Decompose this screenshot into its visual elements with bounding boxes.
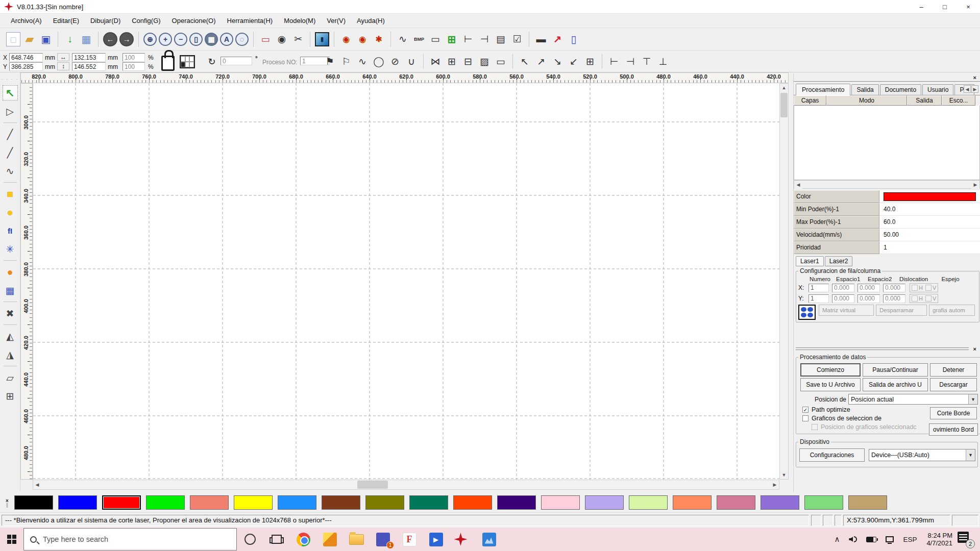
toolbar-icon[interactable]: ⊣ — [477, 32, 492, 46]
palette-grip[interactable]: ∥ — [6, 504, 9, 507]
curve-unite-icon[interactable]: ∪ — [404, 54, 419, 68]
lock-ratio-icon[interactable] — [161, 56, 175, 71]
layer-column-header[interactable]: Salida — [907, 95, 942, 106]
tray-expand-icon[interactable]: ∧ — [834, 535, 840, 544]
y-space1-input[interactable]: 0.000 — [832, 294, 854, 303]
menu-item[interactable]: Modelo(M) — [278, 15, 321, 27]
toolbar-icon[interactable]: → — [119, 32, 134, 46]
close-button[interactable]: × — [957, 0, 980, 14]
panel-close-icon[interactable]: × — [972, 346, 978, 352]
configuraciones-button[interactable]: Configuraciones — [799, 448, 865, 462]
clock[interactable]: 8:24 PM 4/7/2021 — [926, 532, 952, 547]
scroll-left-icon[interactable]: ◀ — [794, 181, 802, 189]
color-swatch[interactable] — [365, 495, 404, 510]
weld-shapes-icon[interactable]: ⋈ — [428, 54, 443, 68]
toolbar-icon[interactable]: ← — [103, 32, 117, 46]
menu-item[interactable]: Config(G) — [126, 15, 166, 27]
draw-tool-icon[interactable]: ✖ — [3, 306, 18, 321]
layer-color-swatch[interactable] — [884, 192, 976, 201]
draw-tool-icon[interactable]: fI — [3, 223, 18, 238]
draw-tool-icon[interactable]: ◭ — [3, 329, 18, 344]
toolbar-icon[interactable]: ⊕ — [143, 33, 157, 46]
cortana-button[interactable] — [237, 528, 263, 551]
draw-tool-icon[interactable]: ↖ — [3, 85, 18, 101]
align-top-icon[interactable]: ⊤ — [640, 54, 654, 68]
desparramar-button[interactable]: Desparramar — [876, 305, 927, 316]
color-swatch[interactable] — [804, 495, 843, 510]
toolbar-icon[interactable]: + — [159, 33, 172, 46]
matriz-virtual-button[interactable]: Matriz virtual — [819, 305, 874, 316]
toolbar-icon[interactable]: ▤ — [494, 32, 508, 46]
device-select[interactable]: Device---(USB:Auto) ▼ — [869, 449, 975, 461]
color-swatch[interactable] — [717, 495, 755, 510]
property-row[interactable]: Prioridad 1 — [794, 241, 980, 254]
network-icon[interactable] — [886, 536, 894, 542]
align-top-left-icon[interactable]: ↖ — [518, 54, 532, 68]
toolbar-icon[interactable]: ∿ — [396, 32, 410, 46]
x-space1-input[interactable]: 0.000 — [832, 284, 854, 292]
draw-tool-icon[interactable]: ◮ — [3, 347, 18, 362]
toolbar-icon[interactable]: ◌ — [235, 33, 249, 46]
color-swatch[interactable] — [278, 495, 316, 510]
toolbar-icon[interactable]: ⊢ — [461, 32, 475, 46]
y-dislocation-input[interactable]: 0.000 — [883, 294, 905, 303]
toolbar-icon[interactable]: ▭ — [258, 32, 273, 46]
property-row[interactable]: Color — [794, 190, 980, 203]
pausa-continuar-button[interactable]: Pausa/Continuar — [863, 363, 928, 377]
align-bottom-icon[interactable]: ⊥ — [656, 54, 670, 68]
align-top-right-icon[interactable]: ↗ — [534, 54, 548, 68]
path-reverse-flag-icon[interactable]: ⚐ — [339, 54, 353, 68]
path-start-flag-icon[interactable]: ⚑ — [323, 54, 337, 68]
layer-column-header[interactable]: Modo — [826, 95, 907, 106]
x-mirror-v-checkbox[interactable] — [925, 285, 932, 291]
scroll-up-icon[interactable]: ▲ — [780, 84, 788, 92]
drawing-canvas[interactable] — [33, 83, 779, 480]
tab-scroll-right-icon[interactable]: ▶ — [971, 85, 978, 93]
language-indicator[interactable]: ESP — [903, 536, 917, 543]
toolbar-icon[interactable]: ◉ — [355, 32, 370, 46]
color-swatch[interactable] — [322, 495, 360, 510]
menu-item[interactable]: Ayuda(H) — [351, 15, 390, 27]
toolbar-icon[interactable]: ▯ — [189, 33, 203, 46]
notification-center-button[interactable]: 2 — [958, 532, 973, 547]
toolbar-icon[interactable]: ⊞ — [445, 32, 459, 46]
toolbar-icon[interactable]: ▯ — [567, 32, 581, 46]
color-swatch[interactable] — [453, 495, 492, 510]
panel-tab[interactable]: Usuario — [922, 84, 953, 95]
detener-button[interactable]: Detener — [930, 363, 977, 377]
draw-tool-icon[interactable]: ╱ — [3, 127, 18, 142]
app-button-orange[interactable] — [316, 528, 343, 551]
path-optimize-checkbox[interactable]: ✓ — [802, 407, 808, 413]
corte-borde-button[interactable]: Corte Borde — [930, 407, 977, 419]
menu-item[interactable]: Herramienta(H) — [222, 15, 279, 27]
toolbar-icon[interactable]: ◉ — [339, 32, 353, 46]
property-row[interactable]: Velocidad(mm/s) 50.00 — [794, 229, 980, 241]
property-row[interactable]: Max Poder(%)-1 60.0 — [794, 216, 980, 229]
x-position-input[interactable]: 648.746 — [9, 53, 43, 62]
y-number-input[interactable]: 1 — [808, 294, 829, 303]
volume-icon[interactable] — [849, 536, 857, 542]
anchor-point-icon[interactable] — [180, 55, 195, 68]
align-right-icon[interactable]: ⊣ — [623, 54, 638, 68]
toolbar-icon[interactable]: ◉ — [275, 32, 289, 46]
toolbar-icon[interactable]: ▰ — [22, 32, 37, 46]
rdworks-button[interactable] — [449, 528, 476, 551]
teams-button[interactable]: 1 — [370, 528, 396, 551]
file-explorer-button[interactable] — [343, 528, 370, 551]
color-swatch[interactable] — [761, 495, 799, 510]
toolbar-icon[interactable]: ☑ — [510, 32, 524, 46]
y-mirror-h-checkbox[interactable] — [912, 295, 918, 302]
color-swatch[interactable] — [629, 495, 668, 510]
scale-y-input[interactable]: 100 — [122, 62, 145, 71]
laser-tab[interactable]: Laser1 — [796, 256, 824, 266]
horizontal-scroll-thumb[interactable] — [357, 481, 388, 489]
task-view-button[interactable] — [263, 528, 290, 551]
vertical-scroll-thumb[interactable] — [780, 93, 788, 117]
tab-scroll-left-icon[interactable]: ◀ — [964, 85, 971, 93]
descargar-button[interactable]: Descargar — [930, 378, 977, 391]
color-swatch[interactable] — [102, 495, 141, 510]
property-row[interactable]: Min Poder(%)-1 40.0 — [794, 203, 980, 216]
save-u-file-button[interactable]: Save to U Archivo — [800, 378, 861, 391]
scroll-right-icon[interactable]: ▶ — [771, 481, 779, 489]
toolbar-icon[interactable]: ↗ — [550, 32, 565, 46]
